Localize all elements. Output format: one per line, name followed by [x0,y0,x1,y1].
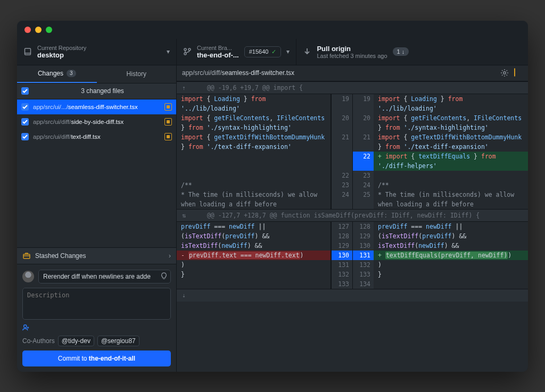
commit-button[interactable]: Commit to the-end-of-it-all [22,351,171,366]
diff-line-left: } [177,270,331,279]
diff-line-left [177,152,331,171]
repo-dropdown[interactable]: Current Repository desktop ▾ [17,39,177,65]
coauthor-handle[interactable]: @tidy-dev [58,336,94,346]
commit-panel: Co-Authors @tidy-dev @sergiou87 Commit t… [17,264,176,372]
gutter-old [331,152,352,171]
expand-icon[interactable]: ⇅ [182,211,186,220]
hunk-header[interactable]: ⇡ @@ -19,6 +19,7 @@ import { [177,81,528,94]
branch-label: Current Bra... [197,45,239,51]
maximize-window-button[interactable] [46,27,52,33]
gutter-old: 128 [331,231,352,241]
gutter-new: 130 [352,241,374,251]
gutter-new: 20 [352,113,374,132]
main: Changes 3 History 3 changed files app/sr… [17,65,528,372]
hunk-header[interactable]: ⇅ @@ -127,7 +128,7 @@ function isSameDif… [177,209,528,222]
diff-line-right: import { Loading } from '../lib/loading' [374,94,528,113]
hunk-header-text: @@ -19,6 +19,7 @@ import { [207,83,303,93]
gutter-old: 21 [331,132,352,152]
gutter-old: 131 [331,260,352,270]
gutter-new: 128 [352,222,374,231]
file-checkbox[interactable] [21,133,29,140]
diff-line-right [374,171,528,180]
gutter-old: 23 [331,180,352,190]
gutter-old: 24 [331,190,352,209]
hunk-header-text: @@ -127,7 +128,7 @@ function isSameDiff(… [207,211,480,220]
tab-changes-label: Changes [38,70,63,77]
diff-line-left: isTextDiff(newDiff) && [177,241,331,251]
file-row[interactable]: app/src/ui/.../seamless-diff-switcher.ts… [17,99,176,114]
diff-line-left: ) [177,260,331,270]
diff-line-right: } [374,270,528,279]
gutter-old: 20 [331,113,352,132]
gutter-new: 132 [352,260,374,270]
stash-icon [22,252,31,260]
coauthor-handle[interactable]: @sergiou87 [97,336,139,346]
sidebar-tabs: Changes 3 History [17,65,176,84]
gutter-new: 129 [352,231,374,241]
diff-line-left: import { getFileContents, IFileContents … [177,113,331,132]
file-status-modified-icon [164,103,172,111]
diff-line-left [177,171,331,180]
pull-count-badge: 1 ↓ [393,47,409,56]
stashed-changes-row[interactable]: Stashed Changes › [17,247,176,264]
file-list: app/src/ui/.../seamless-diff-switcher.ts… [17,99,176,144]
diff-file-name: seamless-diff-switcher.tsx [221,69,294,77]
diff-line-right: isTextDiff(newDiff) && [374,241,528,251]
select-all-checkbox[interactable] [21,87,29,95]
diff-grid: prevDiff === newDiff ||127128 prevDiff =… [177,222,528,289]
gutter-new: 19 [352,94,374,113]
commit-description-input[interactable] [22,288,171,320]
gutter-old: 127 [331,222,352,231]
pull-button[interactable]: Pull origin Last fetched 3 minutes ago 1… [296,39,528,65]
diff-line-right: ) [374,260,528,270]
diff-line-right: + import { textDiffEquals } from './diff… [374,152,528,171]
pull-label: Pull origin [317,45,387,53]
diff-line-right: * The time (in milliseconds) we allow wh… [374,190,528,209]
expand-up-icon[interactable]: ⇡ [182,83,186,93]
gear-icon[interactable] [500,69,509,77]
tab-history[interactable]: History [97,65,177,83]
file-row[interactable]: app/src/ui/diff/side-by-side-diff.tsx [17,114,176,129]
expand-down-icon[interactable]: ⇣ [182,290,186,300]
diff-line-right: /** [374,180,528,190]
avatar [22,271,34,282]
chevron-down-icon: ▾ [167,48,170,55]
file-status-modified-icon [164,118,172,126]
gutter-old: 19 [331,94,352,113]
file-row[interactable]: app/src/ui/diff/text-diff.tsx [17,129,176,144]
stashed-label: Stashed Changes [35,252,86,260]
diff-line-left: - prevDiff.text === newDiff.text) [177,251,331,260]
toolbar: Current Repository desktop ▾ Current Bra… [17,39,528,65]
lightbulb-icon[interactable] [160,272,168,281]
traffic-lights [17,21,528,39]
diff-line-right: prevDiff === newDiff || [374,222,528,231]
gutter-new: 22 [352,152,374,171]
file-checkbox[interactable] [21,103,29,111]
file-checkbox[interactable] [21,118,29,126]
gutter-old: 132 [331,270,352,279]
repo-label: Current Repository [37,45,86,51]
expand-down-row[interactable]: ⇣ [177,289,528,302]
diff-line-left: prevDiff === newDiff || [177,222,331,231]
diff-grid: import { Loading } from '../lib/loading'… [177,94,528,209]
minimize-window-button[interactable] [35,27,42,33]
gutter-new: 25 [352,190,374,209]
branch-dropdown[interactable]: Current Bra... the-end-of-... #15640 ✓ ▾ [177,39,296,65]
diff-line-left [177,279,331,289]
diff-line-left: import { getTextDiffWithBottomDummyHunk … [177,132,331,152]
close-window-button[interactable] [24,27,31,33]
pr-badge: #15640 ✓ [244,46,282,57]
diff-body[interactable]: ⇡ @@ -19,6 +19,7 @@ import { import { Lo… [177,81,528,372]
gutter-old: 130 [331,251,352,260]
tab-changes[interactable]: Changes 3 [17,65,97,83]
gutter-new: 134 [352,279,374,289]
add-coauthor-button[interactable] [22,324,171,331]
commit-summary-input[interactable] [38,270,171,283]
gutter-old: 22 [331,171,352,180]
diff-line-right: import { getTextDiffWithBottomDummyHunk … [374,132,528,152]
gutter-new: 133 [352,270,374,279]
diff-file-dir: app/src/ui/diff/ [182,69,221,77]
pull-sub: Last fetched 3 minutes ago [317,53,387,59]
repo-name: desktop [37,51,86,59]
diff-line-right: + textDiffEquals(prevDiff, newDiff)) [374,251,528,260]
